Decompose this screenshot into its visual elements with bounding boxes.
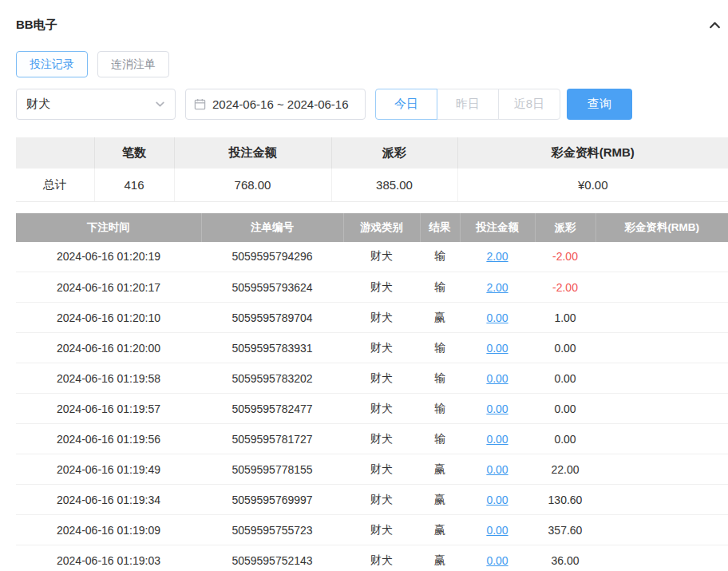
col-header-order-id: 注单编号 bbox=[201, 213, 343, 242]
bet-time-cell: 2024-06-16 01:19:03 bbox=[16, 545, 201, 571]
bonus-cell bbox=[595, 363, 728, 394]
order-id-cell: 5059595752143 bbox=[201, 545, 343, 571]
bet-amount-cell: 0.00 bbox=[460, 454, 535, 485]
col-header-game-type: 游戏类别 bbox=[343, 213, 420, 242]
result-cell: 赢 bbox=[420, 485, 460, 515]
date-range-value: 2024-06-16 ~ 2024-06-16 bbox=[212, 97, 349, 111]
col-header-result: 结果 bbox=[420, 213, 460, 242]
query-button[interactable]: 查询 bbox=[567, 89, 632, 120]
game-type-cell: 财犬 bbox=[343, 424, 420, 454]
bet-time-cell: 2024-06-16 01:19:09 bbox=[16, 515, 201, 545]
payout-cell: 130.60 bbox=[535, 485, 595, 515]
order-id-cell: 5059595783202 bbox=[201, 363, 343, 394]
order-id-cell: 5059595793624 bbox=[201, 272, 343, 303]
summary-col-bonus: 彩金资料(RMB) bbox=[457, 137, 728, 169]
payout-cell: 36.00 bbox=[535, 545, 595, 571]
game-type-cell: 财犬 bbox=[343, 303, 420, 333]
date-range-picker[interactable]: 2024-06-16 ~ 2024-06-16 bbox=[185, 89, 366, 120]
page-title: BB电子 bbox=[16, 18, 57, 33]
summary-col-payout: 派彩 bbox=[331, 137, 457, 169]
summary-col-empty bbox=[16, 137, 94, 169]
bet-amount-link[interactable]: 0.00 bbox=[486, 524, 508, 537]
bet-time-cell: 2024-06-16 01:20:00 bbox=[16, 333, 201, 363]
bonus-cell bbox=[595, 424, 728, 454]
game-type-cell: 财犬 bbox=[343, 272, 420, 303]
payout-cell: 22.00 bbox=[535, 454, 595, 485]
bet-amount-cell: 2.00 bbox=[460, 272, 535, 303]
table-row: 2024-06-16 01:19:49 5059595778155 财犬 赢 0… bbox=[16, 454, 728, 485]
game-type-cell: 财犬 bbox=[343, 242, 420, 272]
result-cell: 输 bbox=[420, 242, 460, 272]
game-type-cell: 财犬 bbox=[343, 333, 420, 363]
bet-amount-cell: 0.00 bbox=[460, 394, 535, 424]
bet-amount-link[interactable]: 0.00 bbox=[486, 463, 508, 476]
bonus-cell bbox=[595, 485, 728, 515]
bet-amount-link[interactable]: 0.00 bbox=[486, 311, 508, 324]
bet-amount-cell: 0.00 bbox=[460, 303, 535, 333]
summary-total-count: 416 bbox=[94, 169, 174, 201]
collapse-chevron-up-icon[interactable] bbox=[708, 18, 722, 32]
bet-amount-link[interactable]: 0.00 bbox=[486, 494, 508, 506]
bonus-cell bbox=[595, 333, 728, 363]
game-type-cell: 财犬 bbox=[343, 515, 420, 545]
filter-bar: 财犬 2024-06-16 ~ 2024-06-16 今日 昨日 近8日 查询 bbox=[16, 89, 728, 120]
bet-amount-link[interactable]: 0.00 bbox=[486, 554, 508, 567]
game-type-cell: 财犬 bbox=[343, 454, 420, 485]
quick-today-button[interactable]: 今日 bbox=[375, 89, 437, 120]
result-cell: 输 bbox=[420, 394, 460, 424]
calendar-icon bbox=[194, 98, 206, 110]
table-row: 2024-06-16 01:20:10 5059595789704 财犬 赢 0… bbox=[16, 303, 728, 333]
result-cell: 赢 bbox=[420, 454, 460, 485]
quick-last8days-button[interactable]: 近8日 bbox=[498, 89, 560, 120]
bet-time-cell: 2024-06-16 01:20:10 bbox=[16, 303, 201, 333]
bet-amount-link[interactable]: 0.00 bbox=[486, 342, 508, 355]
bet-amount-link[interactable]: 2.00 bbox=[486, 281, 508, 294]
bonus-cell bbox=[595, 394, 728, 424]
col-header-bet-amount: 投注金额 bbox=[460, 213, 535, 242]
bb-electronic-panel: BB电子 投注记录 连消注单 财犬 2024-06-16 ~ 202 bbox=[0, 0, 728, 571]
chevron-down-icon bbox=[155, 99, 165, 109]
quick-yesterday-button[interactable]: 昨日 bbox=[437, 89, 499, 120]
table-row: 2024-06-16 01:19:34 5059595769997 财犬 赢 0… bbox=[16, 485, 728, 515]
bet-amount-link[interactable]: 0.00 bbox=[486, 372, 508, 385]
bonus-cell bbox=[595, 545, 728, 571]
col-header-bet-time: 下注时间 bbox=[16, 213, 201, 242]
order-id-cell: 5059595783931 bbox=[201, 333, 343, 363]
bet-amount-link[interactable]: 2.00 bbox=[486, 250, 508, 263]
table-row: 2024-06-16 01:19:09 5059595755723 财犬 赢 0… bbox=[16, 515, 728, 545]
tab-bar: 投注记录 连消注单 bbox=[16, 51, 728, 77]
order-id-cell: 5059595769997 bbox=[201, 485, 343, 515]
payout-cell: -2.00 bbox=[535, 242, 595, 272]
bet-time-cell: 2024-06-16 01:19:57 bbox=[16, 394, 201, 424]
order-id-cell: 5059595789704 bbox=[201, 303, 343, 333]
summary-col-bet-amount: 投注金额 bbox=[174, 137, 331, 169]
bet-amount-link[interactable]: 0.00 bbox=[486, 433, 508, 446]
result-cell: 赢 bbox=[420, 515, 460, 545]
bet-amount-cell: 0.00 bbox=[460, 363, 535, 394]
records-table: 下注时间 注单编号 游戏类别 结果 投注金额 派彩 彩金资料(RMB) 2024… bbox=[16, 213, 728, 571]
panel-header: BB电子 bbox=[16, 11, 728, 38]
bonus-cell bbox=[595, 242, 728, 272]
game-type-cell: 财犬 bbox=[343, 363, 420, 394]
payout-cell: -2.00 bbox=[535, 272, 595, 303]
col-header-bonus: 彩金资料(RMB) bbox=[595, 213, 728, 242]
table-row: 2024-06-16 01:20:17 5059595793624 财犬 输 2… bbox=[16, 272, 728, 303]
tab-bet-records[interactable]: 投注记录 bbox=[16, 51, 88, 77]
bonus-cell bbox=[595, 454, 728, 485]
bet-amount-link[interactable]: 0.00 bbox=[486, 402, 508, 415]
payout-cell: 0.00 bbox=[535, 394, 595, 424]
table-row: 2024-06-16 01:19:58 5059595783202 财犬 输 0… bbox=[16, 363, 728, 394]
game-select[interactable]: 财犬 bbox=[16, 89, 176, 120]
result-cell: 赢 bbox=[420, 545, 460, 571]
bet-amount-cell: 0.00 bbox=[460, 333, 535, 363]
summary-total-payout: 385.00 bbox=[331, 169, 457, 201]
result-cell: 赢 bbox=[420, 303, 460, 333]
bet-time-cell: 2024-06-16 01:19:58 bbox=[16, 363, 201, 394]
bet-amount-cell: 0.00 bbox=[460, 424, 535, 454]
summary-col-count: 笔数 bbox=[94, 137, 174, 169]
order-id-cell: 5059595781727 bbox=[201, 424, 343, 454]
tab-cancelled-orders[interactable]: 连消注单 bbox=[97, 51, 169, 77]
bonus-cell bbox=[595, 515, 728, 545]
bet-time-cell: 2024-06-16 01:19:34 bbox=[16, 485, 201, 515]
result-cell: 输 bbox=[420, 272, 460, 303]
